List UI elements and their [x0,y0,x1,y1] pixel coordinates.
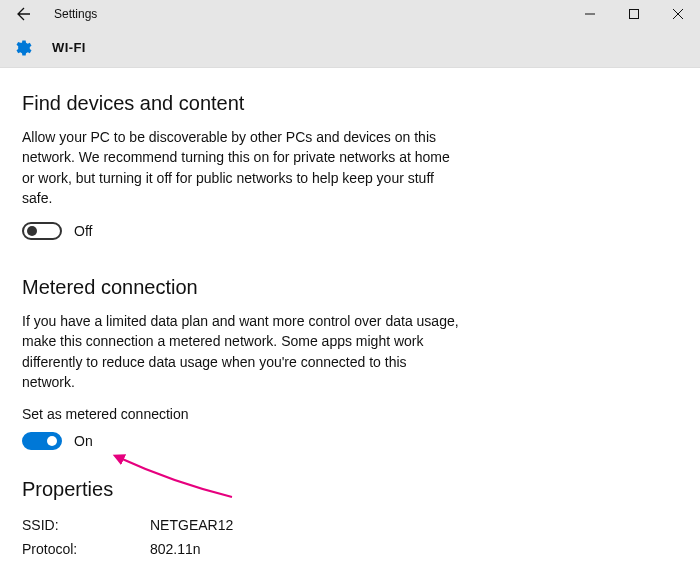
property-row: SSID: NETGEAR12 [22,517,678,533]
svg-rect-0 [630,10,639,19]
metered-toggle[interactable] [22,432,62,450]
find-devices-toggle-row: Off [22,222,678,240]
minimize-button[interactable] [568,0,612,28]
find-devices-toggle[interactable] [22,222,62,240]
property-key: SSID: [22,517,150,533]
toggle-knob-icon [47,436,57,446]
maximize-button[interactable] [612,0,656,28]
close-icon [673,9,683,19]
window-controls [568,0,700,28]
window-titlebar: Settings [0,0,700,28]
property-value: 802.11n [150,541,201,557]
toggle-knob-icon [27,226,37,236]
metered-desc: If you have a limited data plan and want… [22,311,462,392]
property-key: Protocol: [22,541,150,557]
page-title: WI-FI [52,40,86,55]
back-arrow-icon [16,6,32,22]
metered-sub-label: Set as metered connection [22,406,678,422]
window-title: Settings [54,7,97,21]
maximize-icon [629,9,639,19]
gear-icon [12,38,32,58]
metered-toggle-label: On [74,433,93,449]
find-devices-toggle-label: Off [74,223,92,239]
close-button[interactable] [656,0,700,28]
back-button[interactable] [12,2,36,26]
metered-heading: Metered connection [22,276,678,299]
property-row: Protocol: 802.11n [22,541,678,557]
metered-toggle-row: On [22,432,678,450]
content-area: Find devices and content Allow your PC t… [0,68,700,557]
page-header: WI-FI [0,28,700,68]
find-devices-heading: Find devices and content [22,92,678,115]
properties-heading: Properties [22,478,678,501]
minimize-icon [585,9,595,19]
property-value: NETGEAR12 [150,517,233,533]
find-devices-desc: Allow your PC to be discoverable by othe… [22,127,462,208]
